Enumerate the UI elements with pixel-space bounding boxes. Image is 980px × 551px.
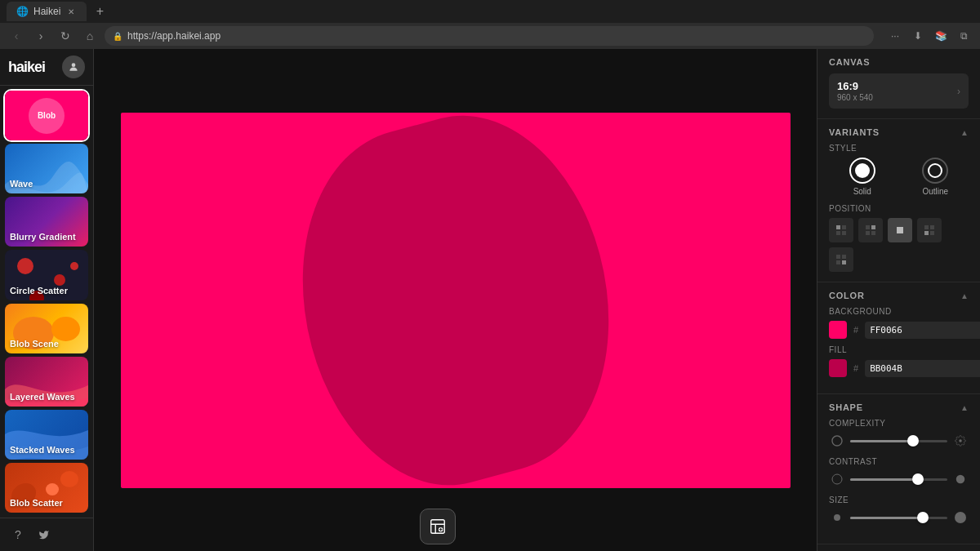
contrast-slider[interactable] <box>850 471 947 487</box>
complexity-slider-row <box>829 433 969 449</box>
canvas-arrow-icon: › <box>957 86 960 97</box>
app-layout: haikei Blob <box>0 49 980 551</box>
svg-point-22 <box>956 475 965 484</box>
svg-rect-10 <box>871 231 875 235</box>
circle-scatter-label: Circle Scatter <box>10 286 83 295</box>
complexity-settings-icon[interactable] <box>952 433 969 449</box>
shape-chevron-icon: ▲ <box>960 403 969 412</box>
back-button[interactable]: ‹ <box>7 26 26 46</box>
canvas-area <box>121 113 791 488</box>
color-panel-section: COLOR ▲ Background # 👁 Fill # <box>817 282 980 394</box>
position-top-left[interactable] <box>829 218 853 242</box>
sidebar-header: haikei <box>0 49 93 86</box>
position-top-right[interactable] <box>858 218 883 242</box>
fill-color-input[interactable] <box>865 360 980 377</box>
sidebar-item-stacked-waves[interactable]: Stacked Waves <box>5 410 88 460</box>
position-label: Position <box>829 204 969 213</box>
contrast-min-icon <box>829 471 845 487</box>
twitter-button[interactable] <box>34 525 54 544</box>
solid-label: Solid <box>853 187 871 196</box>
color-section-header[interactable]: COLOR ▲ <box>817 282 980 307</box>
sidebar-item-blob-scene[interactable]: Blob Scene <box>5 304 88 353</box>
position-grid <box>829 218 969 272</box>
size-slider[interactable] <box>850 509 947 526</box>
complexity-slider[interactable] <box>850 433 947 449</box>
sidebar-item-layered-waves[interactable]: Layered Waves <box>5 357 88 407</box>
blob-shape <box>263 113 648 488</box>
canvas-tool-button[interactable] <box>420 509 456 544</box>
variants-panel-section: VARIANTS ▲ Style Solid <box>817 119 980 282</box>
blob-scene-label: Blob Scene <box>10 339 83 349</box>
home-button[interactable]: ⌂ <box>80 26 100 46</box>
variants-chevron-icon: ▲ <box>960 128 969 137</box>
bookmarks-button[interactable]: 📚 <box>931 26 951 46</box>
complexity-min-icon <box>829 433 845 449</box>
download-section-header: DOWNLOAD <box>817 544 980 551</box>
sidebar-item-wave[interactable]: Wave <box>5 144 88 193</box>
extensions-button[interactable]: ⧉ <box>954 26 973 46</box>
refresh-button[interactable]: ↻ <box>56 26 75 46</box>
svg-rect-14 <box>924 231 929 235</box>
more-button[interactable]: ··· <box>885 26 905 46</box>
style-options: Solid Outline <box>829 158 969 196</box>
sidebar-item-circle-scatter[interactable]: Circle Scatter <box>5 250 88 300</box>
solid-style-option[interactable]: Solid <box>829 158 896 196</box>
svg-rect-13 <box>930 225 934 229</box>
background-label: Background <box>829 307 969 316</box>
svg-rect-18 <box>836 260 840 264</box>
variants-section-header[interactable]: VARIANTS ▲ <box>817 119 980 144</box>
sidebar-footer: ? <box>0 518 93 551</box>
background-color-row: # 👁 <box>829 321 969 339</box>
new-tab-button[interactable]: + <box>90 2 109 21</box>
tab-close-button[interactable]: ✕ <box>65 6 77 17</box>
fill-color-row: # <box>829 359 969 377</box>
sidebar: haikei Blob <box>0 49 94 551</box>
forward-button[interactable]: › <box>31 26 51 46</box>
svg-rect-1 <box>430 520 444 534</box>
color-section-title: COLOR <box>829 291 865 300</box>
canvas-ratio-section: 16:9 960 x 540 › <box>817 73 980 118</box>
canvas-ratio-selector[interactable]: 16:9 960 x 540 › <box>829 73 969 109</box>
fill-label: Fill <box>829 345 969 354</box>
shape-content: Complexity Contra <box>817 419 980 544</box>
fill-hash: # <box>853 363 858 373</box>
sidebar-item-blob-scatter[interactable]: Blob Scatter <box>5 463 88 513</box>
canvas-ratio-text: 16:9 <box>837 80 873 92</box>
blurry-gradient-label: Blurry Gradient <box>10 232 83 242</box>
svg-rect-3 <box>836 225 840 229</box>
shape-section-header[interactable]: SHAPE ▲ <box>817 394 980 419</box>
browser-chrome: 🌐 Haikei ✕ + ‹ › ↻ ⌂ 🔒 https://app.haike… <box>0 0 980 49</box>
background-color-input[interactable] <box>865 322 980 339</box>
background-color-swatch[interactable] <box>829 321 847 339</box>
outline-style-circle <box>922 158 948 184</box>
download-browser-button[interactable]: ⬇ <box>908 26 928 46</box>
url-text: https://app.haikei.app <box>127 30 220 42</box>
canvas-dimensions: 960 x 540 <box>837 93 873 102</box>
position-bottom-left[interactable] <box>917 218 942 242</box>
solid-style-circle <box>849 158 875 184</box>
sidebar-items: Blob Wave Blurry Gradient <box>0 86 93 518</box>
url-bar[interactable]: 🔒 https://app.haikei.app <box>105 26 874 46</box>
size-label: Size <box>829 495 969 504</box>
wave-label: Wave <box>10 179 83 189</box>
canvas-panel-section: CANVAS 16:9 960 x 540 › <box>817 49 980 119</box>
background-hash: # <box>853 325 858 335</box>
position-bottom-right[interactable] <box>829 247 853 272</box>
outline-icon <box>928 163 942 178</box>
profile-button[interactable] <box>62 56 85 78</box>
contrast-max-icon <box>952 471 969 487</box>
outline-style-option[interactable]: Outline <box>902 158 969 196</box>
position-center[interactable] <box>888 218 912 242</box>
svg-point-20 <box>959 439 962 442</box>
variants-section-title: VARIANTS <box>829 127 880 137</box>
size-min-icon <box>829 509 845 526</box>
help-button[interactable]: ? <box>8 525 28 544</box>
shape-panel-section: SHAPE ▲ Complexity <box>817 394 980 544</box>
active-tab[interactable]: 🌐 Haikei ✕ <box>7 2 87 21</box>
sidebar-item-blurry-gradient[interactable]: Blurry Gradient <box>5 197 88 247</box>
size-max-icon <box>952 509 969 526</box>
contrast-slider-row <box>829 471 969 487</box>
sidebar-item-blob[interactable]: Blob <box>5 91 88 140</box>
fill-color-swatch[interactable] <box>829 359 847 377</box>
browser-actions: ··· ⬇ 📚 ⧉ <box>885 26 973 46</box>
